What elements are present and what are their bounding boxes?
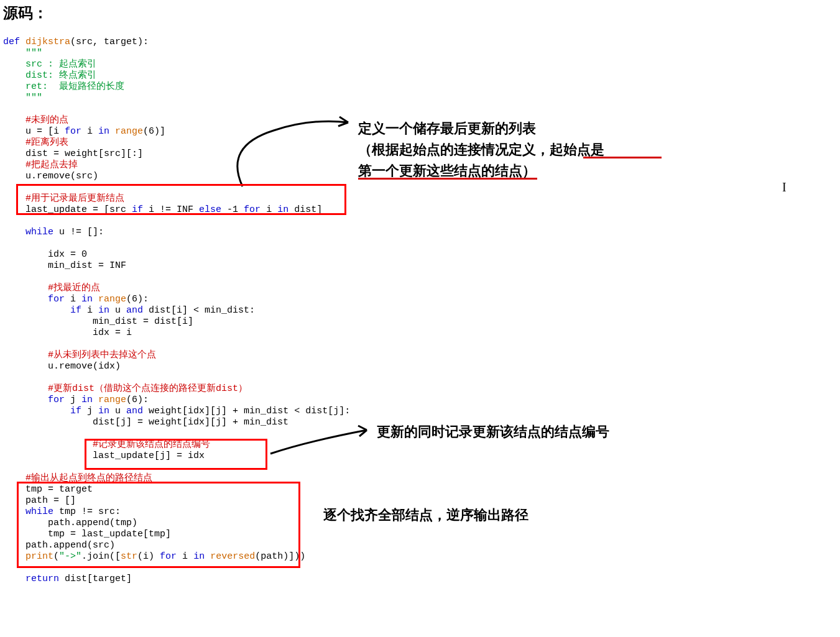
- function-name: dijkstra: [20, 37, 70, 47]
- builtin: str: [121, 551, 137, 562]
- comment: #找最近的点: [3, 283, 100, 293]
- code-text: u: [109, 406, 126, 416]
- code-text: tmp = last_update[tmp]: [3, 529, 171, 539]
- code-text: (path)])): [255, 551, 305, 562]
- code-text: dist[target]: [59, 574, 132, 584]
- keyword: while: [3, 227, 53, 237]
- annotation-1: 定义一个储存最后更新的列表 （根据起始点的连接情况定义，起始点是 第一个更新这些…: [358, 118, 681, 181]
- keyword: if: [132, 204, 143, 215]
- builtin: range: [93, 395, 126, 405]
- keyword: in: [81, 395, 93, 405]
- code-text: u = [i: [3, 126, 65, 137]
- builtin: range: [109, 126, 143, 137]
- keyword: in: [98, 406, 109, 416]
- keyword: in: [98, 126, 109, 137]
- builtin: print: [3, 551, 53, 562]
- code-text: (6)]: [143, 126, 165, 137]
- code-text: i != INF: [143, 204, 199, 215]
- keyword-def: def: [3, 37, 20, 47]
- keyword: if: [3, 305, 81, 316]
- code-text: last_update[j] = idx: [3, 451, 205, 461]
- comment: #从未到列表中去掉这个点: [3, 350, 156, 360]
- comment: #未到的点: [3, 115, 68, 126]
- builtin: reversed: [205, 551, 255, 562]
- code-text: (: [53, 551, 59, 562]
- code-text: u.remove(idx): [3, 361, 121, 372]
- keyword: for: [160, 551, 177, 562]
- keyword: while: [3, 506, 53, 517]
- builtin: range: [93, 294, 126, 305]
- code-text: min_dist = INF: [3, 260, 126, 271]
- code-text: idx = i: [3, 328, 132, 338]
- keyword: in: [81, 294, 93, 305]
- comment: #把起点去掉: [3, 160, 78, 170]
- code-text: u.remove(src): [3, 171, 98, 181]
- code-text: min_dist = dist[i]: [3, 316, 193, 327]
- code-text: (6):: [126, 395, 149, 405]
- code-text: dist[i] < min_dist:: [143, 305, 255, 316]
- code-text: last_update = [src: [3, 204, 132, 215]
- code-text: (i): [137, 551, 160, 562]
- docstring: """: [3, 48, 42, 58]
- code-text: u != []:: [53, 227, 104, 237]
- comment: #用于记录最后更新结点: [3, 193, 124, 204]
- code-text: i: [81, 305, 98, 316]
- code-text: path.append(tmp): [3, 518, 137, 528]
- comment: #更新dist（借助这个点连接的路径更新dist）: [3, 383, 247, 394]
- code-text: u: [109, 305, 126, 316]
- page-container: 源码： def dijkstra(src, target): """ src :…: [0, 0, 840, 596]
- keyword: for: [65, 126, 81, 137]
- code-text: tmp = target: [3, 484, 93, 495]
- code-text: i: [261, 204, 277, 215]
- comment: #输出从起点到终点的路径结点: [3, 473, 152, 483]
- code-text: dist = weight[src][:]: [3, 149, 143, 159]
- code-text: (src, target):: [70, 37, 149, 47]
- annotation-1-line1: 定义一个储存最后更新的列表: [358, 118, 681, 139]
- keyword: for: [3, 294, 65, 305]
- annotation-1-line2: （根据起始点的连接情况定义，起始点是: [358, 139, 681, 160]
- code-text: idx = 0: [3, 249, 87, 260]
- code-text: dist]: [288, 204, 322, 215]
- code-text: tmp != src:: [53, 506, 121, 517]
- keyword: and: [126, 406, 143, 416]
- annotation-3: 逐个找齐全部结点，逆序输出路径: [323, 505, 647, 526]
- code-text: i: [81, 126, 98, 137]
- annotation-2: 更新的同时记录更新该结点的结点编号: [377, 421, 700, 442]
- code-text: weight[idx][j] + min_dist < dist[j]:: [143, 406, 350, 416]
- keyword: in: [193, 551, 205, 562]
- code-text: .join([: [81, 551, 121, 562]
- comment: #记录更新该结点的结点编号: [3, 439, 210, 450]
- text-cursor-icon: I: [782, 180, 787, 195]
- code-text: dist[j] = weight[idx][j] + min_dist: [3, 417, 288, 428]
- code-text: path = []: [3, 495, 76, 506]
- keyword: for: [244, 204, 261, 215]
- keyword: in: [98, 305, 109, 316]
- code-text: j: [65, 395, 81, 405]
- code-text: i: [177, 551, 193, 562]
- string: "->": [59, 551, 81, 562]
- code-text: (6):: [126, 294, 149, 305]
- code-text: -1: [221, 204, 244, 215]
- keyword: and: [126, 305, 143, 316]
- keyword: else: [199, 204, 221, 215]
- annotation-1-line3: 第一个更新这些结点的结点）: [358, 160, 681, 181]
- heading: 源码：: [3, 3, 840, 23]
- keyword: for: [3, 395, 65, 405]
- code-text: i: [65, 294, 81, 305]
- keyword: in: [277, 204, 288, 215]
- docstring: """: [3, 93, 42, 103]
- docstring-line: src : 起点索引: [3, 59, 96, 70]
- docstring-line: dist: 终点索引: [3, 70, 96, 81]
- comment: #距离列表: [3, 137, 68, 148]
- docstring-line: ret: 最短路径的长度: [3, 81, 124, 92]
- code-text: j: [81, 406, 98, 416]
- keyword: if: [3, 406, 81, 416]
- code-text: path.append(src): [3, 540, 115, 551]
- keyword: return: [3, 574, 59, 584]
